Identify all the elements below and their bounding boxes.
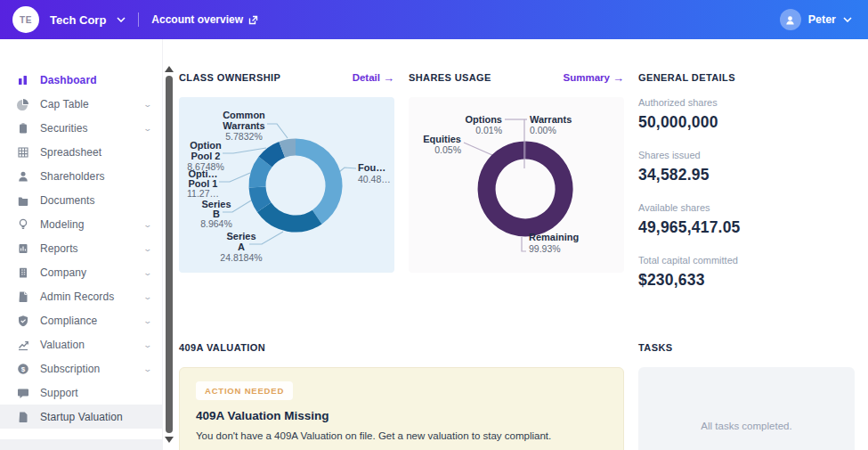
valuation-409a-section: 409A VALUATION ACTION NEEDED 409A Valuat… — [179, 341, 624, 450]
user-menu[interactable]: Peter — [780, 9, 852, 30]
shares-usage-summary-link[interactable]: Summary → — [564, 72, 624, 83]
chevron-down-icon — [843, 17, 852, 22]
stat-available-shares: Available shares49,965,417.05 — [638, 202, 855, 237]
chevron-down-icon[interactable]: ⌄ — [143, 220, 153, 229]
sidebar-item-label: Admin Records — [40, 290, 134, 303]
slice-label-value: 0.00% — [530, 125, 556, 135]
sidebar-item-admin-records[interactable]: Admin Records⌄ — [0, 284, 162, 308]
sidebar-item-label: Shareholders — [40, 170, 151, 183]
slice-label-value: 40.48… — [358, 174, 391, 184]
securities-icon — [16, 122, 29, 135]
subscription-icon: $ — [16, 363, 29, 375]
sidebar-item-label: Startup Valuation — [40, 411, 151, 423]
sidebar-item-shareholders[interactable]: Shareholders — [0, 164, 162, 188]
spreadsheet-icon — [16, 146, 29, 159]
scrollbar-thumb[interactable] — [166, 76, 173, 433]
external-link-icon — [248, 15, 258, 25]
tasks-card: All tasks completed. — [638, 367, 855, 450]
sidebar-item-label: Dashboard — [40, 74, 151, 86]
shares-usage-donut-chart: Options0.01%Warrants0.00%Equities0.05%Re… — [409, 97, 624, 273]
class-ownership-section: CLASS OWNERSHIP Detail → Fou…40.48…Serie… — [179, 71, 394, 307]
donut-slice-option-pool-2[interactable] — [265, 150, 282, 162]
sidebar-item-support[interactable]: Support — [0, 380, 162, 405]
general-details-title: GENERAL DETAILS — [638, 72, 735, 83]
slice-label-name: Common — [223, 110, 265, 120]
chevron-down-icon[interactable]: ⌄ — [143, 316, 153, 325]
stat-label: Total capital committed — [638, 255, 855, 266]
sidebar-item-startup-valuation[interactable]: Startup Valuation — [0, 405, 162, 429]
sidebar-next-row-partial — [0, 439, 162, 450]
shares-usage-title: SHARES USAGE — [409, 72, 491, 83]
main-content: CLASS OWNERSHIP Detail → Fou…40.48…Serie… — [175, 39, 868, 450]
chevron-down-icon[interactable]: ⌄ — [143, 100, 153, 109]
slice-label-value: 8.964% — [200, 218, 232, 229]
label-leader-line — [267, 124, 288, 138]
shares-usage-chart-card: Options0.01%Warrants0.00%Equities0.05%Re… — [409, 97, 624, 273]
sidebar-item-securities[interactable]: Securities⌄ — [0, 116, 162, 140]
svg-text:$: $ — [20, 365, 25, 373]
stat-authorized-shares: Authorized shares50,000,000 — [638, 97, 855, 132]
sidebar-item-documents[interactable]: Documents — [0, 188, 162, 212]
tasks-title: TASKS — [638, 342, 672, 353]
startup-valuation-icon — [16, 411, 29, 423]
sidebar-item-label: Modeling — [40, 218, 134, 231]
donut-slice-founders[interactable] — [296, 147, 334, 217]
slice-label-name: Warrants — [530, 114, 572, 125]
stat-value: $230,633 — [638, 271, 855, 290]
sidebar-item-label: Subscription — [40, 363, 134, 375]
sidebar-item-company[interactable]: Company⌄ — [0, 260, 162, 284]
cap-table-icon — [16, 98, 29, 110]
chevron-down-icon[interactable]: ⌄ — [143, 268, 153, 277]
chevron-down-icon[interactable] — [117, 17, 126, 22]
sidebar-item-spreadsheet[interactable]: Spreadsheet — [0, 140, 162, 164]
slice-label-value: 24.8184% — [220, 252, 262, 263]
chevron-down-icon[interactable]: ⌄ — [143, 340, 153, 349]
stat-label: Available shares — [638, 202, 855, 213]
sidebar-item-valuation[interactable]: Valuation⌄ — [0, 332, 162, 356]
stat-label: Shares issued — [638, 150, 855, 160]
donut-slice-common-warrants[interactable] — [282, 147, 296, 150]
label-leader-line — [223, 148, 266, 153]
slice-label-value: 5.7832% — [225, 131, 262, 142]
sidebar-item-label: Spreadsheet — [40, 146, 151, 159]
arrow-right-icon: → — [383, 73, 394, 83]
shareholders-icon — [16, 170, 29, 183]
modeling-icon — [16, 218, 29, 231]
slice-label-name: Option — [190, 140, 222, 151]
slice-label-value: 8.6748% — [187, 161, 223, 172]
sidebar-item-reports[interactable]: Reports⌄ — [0, 236, 162, 260]
scroll-up-arrow[interactable] — [165, 66, 174, 72]
valuation-409a-title: 409A VALUATION — [179, 342, 265, 353]
stat-value: 49,965,417.05 — [638, 218, 855, 237]
sidebar-item-subscription[interactable]: $Subscription⌄ — [0, 356, 162, 380]
sidebar-item-label: Compliance — [40, 315, 134, 327]
donut-slice-series-a[interactable] — [264, 208, 317, 224]
person-icon — [784, 14, 796, 26]
class-ownership-donut-chart: Fou…40.48…SeriesA24.8184%SeriesB8.964%Op… — [179, 97, 394, 273]
header-divider — [138, 12, 139, 27]
sidebar-item-compliance[interactable]: Compliance⌄ — [0, 308, 162, 332]
slice-label-name: Warrants — [223, 120, 264, 131]
sidebar-item-label: Valuation — [40, 339, 134, 351]
chevron-down-icon[interactable]: ⌄ — [143, 244, 153, 253]
company-name[interactable]: Tech Corp — [50, 13, 106, 27]
slice-label-value: 0.01% — [475, 125, 502, 135]
chevron-down-icon[interactable]: ⌄ — [143, 364, 153, 373]
donut-slice-remaining[interactable] — [487, 151, 564, 228]
slice-label-name: Pool 2 — [191, 151, 220, 161]
chevron-down-icon[interactable]: ⌄ — [143, 124, 153, 133]
donut-slice-series-b[interactable] — [257, 187, 264, 208]
donut-slice-option-pool-1[interactable] — [257, 162, 265, 187]
sidebar-item-modeling[interactable]: Modeling⌄ — [0, 212, 162, 236]
chevron-down-icon[interactable]: ⌄ — [143, 292, 153, 301]
sidebar-item-dashboard[interactable]: Dashboard — [0, 68, 162, 92]
slice-label-name: Equities — [423, 134, 461, 144]
class-ownership-detail-link[interactable]: Detail → — [353, 72, 394, 83]
company-logo[interactable]: TE — [12, 6, 39, 33]
account-overview-link[interactable]: Account overview — [151, 13, 258, 26]
summary-link-label: Summary — [564, 72, 610, 83]
sidebar-item-label: Cap Table — [40, 98, 134, 110]
scroll-down-arrow[interactable] — [165, 437, 174, 443]
sidebar-item-cap-table[interactable]: Cap Table⌄ — [0, 92, 162, 116]
sidebar-nav: DashboardCap Table⌄Securities⌄Spreadshee… — [0, 39, 163, 450]
